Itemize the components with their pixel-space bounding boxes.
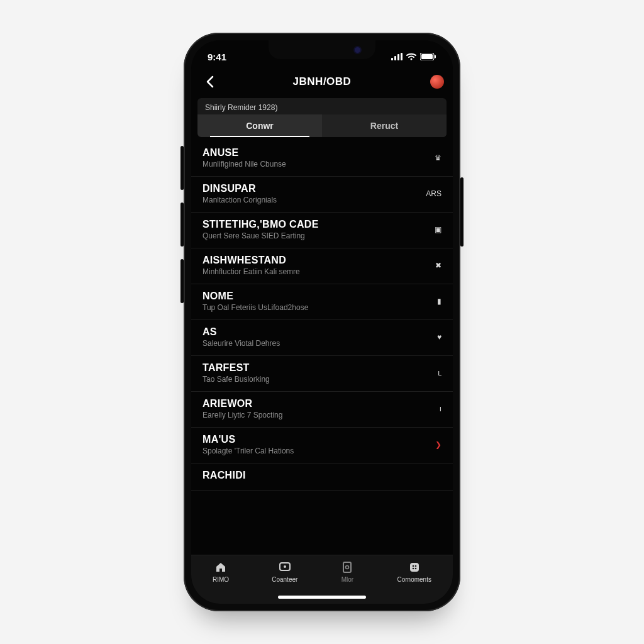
home-indicator[interactable]: [278, 596, 366, 599]
list-item-indicator-icon: ❯: [430, 440, 441, 449]
front-camera: [355, 47, 360, 53]
svg-point-16: [414, 568, 416, 570]
list-item-indicator-icon: ♛: [430, 153, 441, 162]
list-item[interactable]: ANUSEMunlifigined Nile Cbunse♛: [191, 141, 453, 177]
svg-rect-0: [391, 58, 393, 60]
nav-header: JBNH/OBD: [191, 68, 453, 96]
list-item-subtitle: Saleurire Viotal Dehres: [203, 339, 280, 348]
status-indicators: [391, 53, 436, 60]
list-item-subtitle: Tup Oal Feteriis UsLifoad2hose: [203, 303, 308, 312]
list-item-indicator-icon: ✖: [430, 261, 441, 270]
segmented-control: ConwrReruct: [197, 114, 447, 137]
list-item-title: MA'US: [203, 434, 294, 445]
svg-point-4: [411, 58, 413, 60]
monitor-icon: [278, 560, 292, 574]
profile-avatar[interactable]: [430, 75, 444, 89]
list-item-title: AS: [203, 326, 280, 338]
list-item-subtitle: Munlifigined Nile Cbunse: [203, 160, 286, 169]
status-time: 9:41: [208, 52, 226, 62]
list-item-title: STITETIHG,'BMO CADE: [203, 219, 319, 230]
tabbar-label: Cornoments: [397, 576, 431, 583]
list-item-indicator-icon: ı: [430, 404, 441, 413]
list-item-title: NOME: [203, 291, 308, 302]
list-item-subtitle: Tao Safe Buslorking: [203, 375, 270, 384]
svg-point-13: [412, 565, 414, 567]
chevron-left-icon: [206, 75, 214, 88]
svg-rect-6: [421, 54, 433, 59]
list-item-indicator-icon: ♥: [430, 333, 441, 341]
list-item-subtitle: Quert Sere Saue SIED Earting: [203, 231, 319, 240]
home-icon: [214, 560, 228, 574]
list-item-indicator-icon: ▮: [430, 297, 441, 306]
list-item-title: DINSUPAR: [203, 183, 277, 194]
screen: 9:41 JBNH/OBD Shiirly Rem: [191, 40, 453, 604]
list-item-subtitle: Earelly Liytic 7 Spocting: [203, 411, 282, 419]
doc-icon: [340, 560, 354, 574]
list-item[interactable]: NOMETup Oal Feteriis UsLifoad2hose▮: [191, 284, 453, 320]
list-item[interactable]: STITETIHG,'BMO CADEQuert Sere Saue SIED …: [191, 213, 453, 248]
list-item-subtitle: Spolagte 'Triler Cal Hations: [203, 447, 294, 455]
tabbar-item-home[interactable]: RIMO: [213, 560, 229, 583]
tabbar-label: Mlor: [341, 576, 353, 583]
tab-0[interactable]: Conwr: [197, 114, 322, 137]
results-list[interactable]: ANUSEMunlifigined Nile Cbunse♛DINSUPARMa…: [191, 137, 453, 555]
svg-point-15: [412, 568, 414, 570]
phone-frame: 9:41 JBNH/OBD Shiirly Rem: [184, 33, 460, 611]
svg-point-11: [346, 566, 349, 569]
list-item-indicator-icon: ARS: [426, 189, 441, 198]
wifi-icon: [406, 53, 416, 60]
grid-icon: [408, 560, 421, 574]
svg-rect-10: [343, 562, 351, 572]
tabbar-item-monitor[interactable]: Coanteer: [272, 560, 297, 583]
list-item-indicator-icon: ʟ: [430, 369, 441, 377]
segmented-control-wrap: Shiirly Remider 1928) ConwrReruct: [191, 96, 453, 137]
list-item[interactable]: DINSUPARManltaction CorignialsARS: [191, 177, 453, 213]
tabbar-label: RIMO: [213, 576, 229, 583]
tab-bar: RIMOCoanteerMlorCornoments: [191, 555, 453, 604]
list-item[interactable]: ASSaleurire Viotal Dehres♥: [191, 320, 453, 356]
svg-point-14: [414, 565, 416, 567]
list-item[interactable]: AISHWHESTANDMinhfluctior Eatiin Kali sem…: [191, 248, 453, 284]
tabbar-item-grid[interactable]: Cornoments: [397, 560, 431, 583]
list-item[interactable]: RACHIDI: [191, 464, 453, 491]
svg-rect-3: [401, 53, 402, 60]
list-item-subtitle: Minhfluctior Eatiin Kali semre: [203, 267, 300, 276]
svg-rect-1: [394, 56, 396, 60]
list-item-title: TARFEST: [203, 362, 270, 374]
svg-rect-2: [397, 54, 399, 60]
notch: [269, 40, 375, 59]
list-item-title: ARIEWOR: [203, 398, 282, 409]
list-item-title: AISHWHESTAND: [203, 255, 300, 266]
page-title: JBNH/OBD: [191, 75, 453, 88]
list-item-subtitle: Manltaction Corignials: [203, 196, 277, 204]
svg-point-9: [284, 565, 286, 568]
tabbar-item-doc[interactable]: Mlor: [340, 560, 354, 583]
tab-1[interactable]: Reruct: [322, 114, 447, 137]
section-subheader: Shiirly Remider 1928): [197, 98, 447, 114]
list-item[interactable]: TARFESTTao Safe Buslorkingʟ: [191, 356, 453, 392]
svg-rect-12: [410, 563, 419, 572]
list-item-indicator-icon: ▣: [430, 225, 441, 234]
svg-rect-7: [435, 55, 436, 58]
tabbar-label: Coanteer: [272, 576, 297, 583]
list-item[interactable]: MA'USSpolagte 'Triler Cal Hations❯: [191, 428, 453, 464]
cellular-icon: [391, 53, 402, 60]
back-button[interactable]: [200, 72, 220, 92]
list-item-title: RACHIDI: [203, 470, 246, 481]
battery-icon: [420, 53, 436, 60]
list-item[interactable]: ARIEWOREarelly Liytic 7 Spoctingı: [191, 392, 453, 428]
list-item-title: ANUSE: [203, 147, 286, 158]
